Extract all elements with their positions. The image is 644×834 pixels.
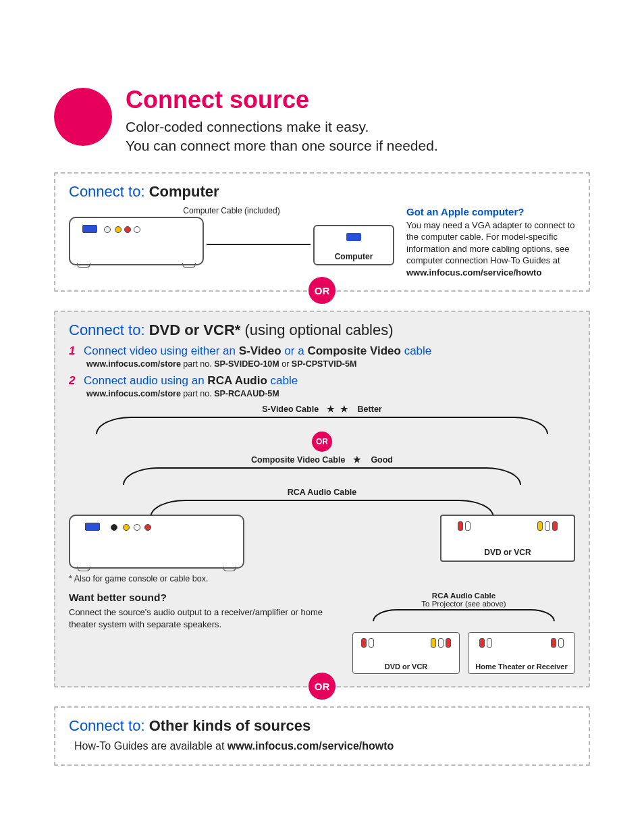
to-projector-label: To Projector (see above) bbox=[352, 600, 575, 608]
section-dvd: Connect to: DVD or VCR* (using optional … bbox=[54, 311, 590, 687]
sound-arc-icon bbox=[373, 609, 555, 621]
mini-dvd-label: DVD or VCR bbox=[385, 662, 428, 671]
heading-bold: Computer bbox=[149, 183, 219, 200]
page-subtitle: Color-coded connections make it easy. Yo… bbox=[126, 118, 438, 156]
or-divider: OR bbox=[308, 673, 336, 700]
step-text: Connect audio using an RCA Audio cable bbox=[84, 374, 298, 388]
projector-icon bbox=[69, 515, 244, 569]
or-small-badge: OR bbox=[312, 432, 332, 452]
page-title: Connect source bbox=[126, 88, 438, 112]
heading-bold: Other kinds of sources bbox=[149, 717, 311, 734]
receiver-label: Home Theater or Receiver bbox=[475, 662, 567, 671]
step-number: 2 bbox=[69, 374, 78, 388]
step-number: 1 bbox=[69, 344, 78, 358]
subtitle-line-1: Color-coded connections make it easy. bbox=[126, 119, 369, 134]
step-2-parts: www.infocus.com/store part no. SP-RCAAUD… bbox=[86, 389, 575, 398]
step-1: 1 Connect video using either an S-Video … bbox=[69, 344, 575, 358]
dvd-label: DVD or VCR bbox=[484, 548, 531, 557]
better-sound-box: Want better sound? Connect the source's … bbox=[69, 592, 575, 674]
dvd-mini-box-icon: DVD or VCR bbox=[352, 632, 460, 674]
page-header: Connect source Color-coded connections m… bbox=[54, 88, 590, 156]
projector-icon bbox=[69, 217, 204, 265]
heading-note: (using optional cables) bbox=[240, 321, 393, 338]
computer-icon: Computer bbox=[313, 225, 394, 265]
section-other: Connect to: Other kinds of sources How-T… bbox=[54, 706, 590, 766]
sound-body: Connect the source's audio output to a r… bbox=[69, 606, 340, 630]
rca-cable-row: RCA Audio Cable bbox=[69, 488, 575, 497]
svideo-cable-row: S-Video Cable ★ ★ Better bbox=[69, 404, 575, 414]
sound-title: Want better sound? bbox=[69, 592, 340, 604]
dvd-box-icon: DVD or VCR bbox=[440, 515, 575, 562]
step-1-parts: www.infocus.com/store part no. SP-SVIDEO… bbox=[86, 359, 575, 369]
dvd-diagram: S-Video Cable ★ ★ Better OR Composite Vi… bbox=[69, 404, 575, 583]
apple-title: Got an Apple computer? bbox=[406, 206, 575, 217]
section-dvd-heading: Connect to: DVD or VCR* (using optional … bbox=[69, 321, 575, 339]
step-2: 2 Connect audio using an RCA Audio cable bbox=[69, 374, 575, 388]
section-computer-heading: Connect to: Computer bbox=[69, 183, 575, 201]
step-text: Connect video using either an S-Video or… bbox=[84, 344, 431, 358]
apple-url: www.infocus.com/service/howto bbox=[406, 267, 541, 278]
other-url: www.infocus.com/service/howto bbox=[227, 740, 394, 752]
heading-prefix: Connect to: bbox=[69, 717, 149, 734]
heading-prefix: Connect to: bbox=[69, 321, 149, 338]
computer-label: Computer bbox=[335, 252, 373, 261]
footnote: * Also for game console or cable box. bbox=[69, 574, 575, 583]
subtitle-line-2: You can connect more than one source if … bbox=[126, 138, 438, 153]
heading-prefix: Connect to: bbox=[69, 183, 149, 200]
receiver-mini-box-icon: Home Theater or Receiver bbox=[468, 632, 575, 674]
apple-body: You may need a VGA adapter to connect to… bbox=[406, 219, 575, 279]
sound-rca-label: RCA Audio Cable bbox=[352, 592, 575, 600]
apple-sidebar: Got an Apple computer? You may need a VG… bbox=[406, 206, 575, 279]
cable-icon bbox=[207, 244, 311, 245]
heading-bold: DVD or VCR* bbox=[149, 321, 241, 338]
cable-label: Computer Cable (included) bbox=[69, 206, 394, 215]
other-body: How-To Guides are available at www.infoc… bbox=[74, 740, 575, 752]
computer-diagram: Computer Cable (included) Computer bbox=[69, 206, 394, 273]
composite-cable-row: Composite Video Cable ★ Good bbox=[69, 454, 575, 465]
section-computer: Connect to: Computer Computer Cable (inc… bbox=[54, 172, 590, 292]
composite-arc-icon bbox=[123, 467, 521, 485]
sound-diagram: RCA Audio Cable To Projector (see above)… bbox=[352, 592, 575, 674]
or-divider: OR bbox=[308, 277, 336, 304]
section-other-heading: Connect to: Other kinds of sources bbox=[69, 717, 575, 735]
red-dot-icon bbox=[54, 88, 112, 146]
